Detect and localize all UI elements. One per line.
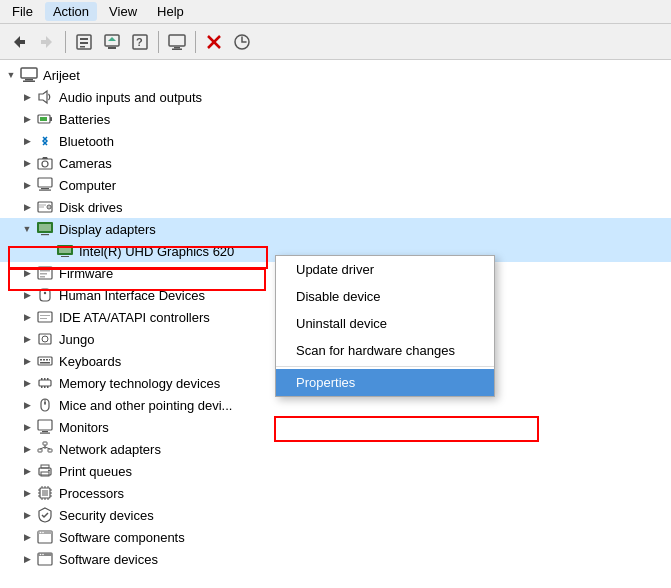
toolbar-sep-2: [158, 31, 159, 53]
menu-file[interactable]: File: [4, 2, 41, 21]
svg-rect-28: [38, 178, 52, 187]
svg-rect-69: [38, 420, 52, 430]
tree-disk[interactable]: ▶ Disk drives: [0, 196, 671, 218]
mouse-icon: [36, 396, 54, 414]
forward-button[interactable]: [34, 29, 60, 55]
toolbar: ?: [0, 24, 671, 60]
svg-rect-6: [80, 42, 88, 44]
help-button[interactable]: ?: [127, 29, 153, 55]
expand-security: ▶: [20, 508, 34, 522]
processors-label: Processors: [59, 486, 124, 501]
expand-memory: ▶: [20, 376, 34, 390]
expand-computer: ▶: [20, 178, 34, 192]
tree-software-components[interactable]: ▶ Software components: [0, 526, 671, 548]
security-label: Security devices: [59, 508, 154, 523]
monitor-button[interactable]: [164, 29, 190, 55]
svg-rect-79: [41, 465, 49, 468]
security-icon: [36, 506, 54, 524]
svg-point-47: [44, 292, 46, 294]
tree-audio[interactable]: ▶ Audio inputs and outputs: [0, 86, 671, 108]
svg-rect-46: [40, 289, 50, 301]
software-components-label: Software components: [59, 530, 185, 545]
expand-intel: [40, 244, 54, 258]
expand-cameras: ▶: [20, 156, 34, 170]
tree-display-adapters[interactable]: ▼ Display adapters: [0, 218, 671, 240]
tree-network[interactable]: ▶ Network adapters: [0, 438, 671, 460]
processor-icon: [36, 484, 54, 502]
computer2-icon: [36, 176, 54, 194]
disk-icon: [36, 198, 54, 216]
svg-rect-25: [40, 117, 47, 121]
svg-point-27: [42, 161, 48, 167]
svg-rect-41: [61, 256, 69, 257]
expand-processors: ▶: [20, 486, 34, 500]
context-update-driver[interactable]: Update driver: [276, 256, 494, 283]
svg-point-103: [42, 554, 44, 556]
tree-processors[interactable]: ▶ Proces: [0, 482, 671, 504]
menu-action[interactable]: Action: [45, 2, 97, 21]
svg-text:?: ?: [136, 36, 143, 48]
tree-computer[interactable]: ▶ Computer: [0, 174, 671, 196]
expand-network: ▶: [20, 442, 34, 456]
svg-rect-10: [108, 47, 116, 49]
mice-label: Mice and other pointing devi...: [59, 398, 232, 413]
svg-rect-50: [40, 318, 47, 319]
menu-view[interactable]: View: [101, 2, 145, 21]
firmware-icon: [36, 264, 54, 282]
context-disable-device[interactable]: Disable device: [276, 283, 494, 310]
svg-rect-38: [41, 234, 49, 235]
svg-rect-49: [40, 315, 50, 316]
back-button[interactable]: [6, 29, 32, 55]
tree-root-arijeet[interactable]: ▼ Arijeet: [0, 64, 671, 86]
expand-audio: ▶: [20, 90, 34, 104]
computer-label: Computer: [59, 178, 116, 193]
svg-rect-24: [50, 117, 52, 121]
printer-icon: [36, 462, 54, 480]
intel-gpu-label: Intel(R) UHD Graphics 620: [79, 244, 234, 259]
expand-keyboards: ▶: [20, 354, 34, 368]
tree-cameras[interactable]: ▶ Cameras: [0, 152, 671, 174]
remove-button[interactable]: [201, 29, 227, 55]
context-separator: [276, 366, 494, 367]
expand-print: ▶: [20, 464, 34, 478]
tree-print[interactable]: ▶ Print queues: [0, 460, 671, 482]
keyboard-icon: [36, 352, 54, 370]
svg-rect-48: [38, 312, 52, 322]
expand-arijeet: ▼: [4, 68, 18, 82]
tree-security[interactable]: ▶ Security devices: [0, 504, 671, 526]
svg-rect-59: [39, 380, 51, 386]
svg-point-52: [42, 336, 48, 342]
svg-rect-29: [41, 188, 49, 189]
context-properties[interactable]: Properties: [276, 369, 494, 396]
svg-rect-56: [46, 359, 48, 361]
menu-help[interactable]: Help: [149, 2, 192, 21]
update-driver-button[interactable]: [99, 29, 125, 55]
expand-firmware: ▶: [20, 266, 34, 280]
tree-monitors[interactable]: ▶ Monitors: [0, 416, 671, 438]
tree-mice[interactable]: ▶ Mice and other pointing devi...: [0, 394, 671, 416]
expand-batteries: ▶: [20, 112, 34, 126]
tree-bluetooth[interactable]: ▶ Bluetooth: [0, 130, 671, 152]
scan-button[interactable]: [229, 29, 255, 55]
expand-monitors: ▶: [20, 420, 34, 434]
svg-rect-61: [44, 378, 46, 380]
open-properties-button[interactable]: [71, 29, 97, 55]
context-scan-hardware[interactable]: Scan for hardware changes: [276, 337, 494, 364]
svg-rect-64: [44, 386, 46, 388]
svg-rect-72: [43, 442, 47, 445]
svg-line-76: [40, 447, 45, 449]
tree-software-devices[interactable]: ▶ Software devices: [0, 548, 671, 570]
svg-point-98: [40, 532, 42, 534]
monitors-label: Monitors: [59, 420, 109, 435]
audio-icon: [36, 88, 54, 106]
svg-rect-62: [47, 378, 49, 380]
svg-rect-21: [23, 81, 35, 83]
expand-jungo: ▶: [20, 332, 34, 346]
tree-batteries[interactable]: ▶ Batteries: [0, 108, 671, 130]
expand-disk: ▶: [20, 200, 34, 214]
display-adapters-label: Display adapters: [59, 222, 156, 237]
svg-point-81: [48, 470, 50, 472]
svg-rect-30: [39, 190, 51, 191]
svg-rect-19: [21, 68, 37, 78]
context-uninstall-device[interactable]: Uninstall device: [276, 310, 494, 337]
